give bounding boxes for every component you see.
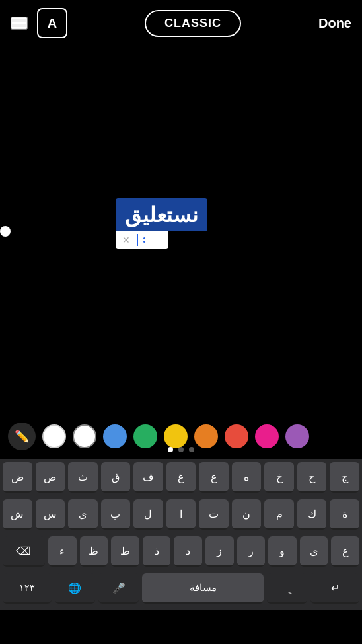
numbers-key[interactable]: ١٢٣ [3,573,52,604]
dot-3[interactable] [189,447,194,452]
key-ص[interactable]: ص [36,462,65,493]
header-left: A [11,8,67,38]
color-swatch-pink[interactable] [255,424,279,448]
key-ش[interactable]: ش [3,499,32,530]
key-ف[interactable]: ف [133,462,163,493]
space-key[interactable]: مسافة [142,573,264,604]
key-ي[interactable]: ي [68,499,98,530]
text-highlight: نستعليق [116,198,207,231]
key-ل[interactable]: ل [133,499,163,530]
text-cursor-row: ✕ [116,231,168,249]
color-swatch-blue[interactable] [103,424,127,448]
color-swatch-white-outline[interactable] [73,424,96,448]
key-row-1: ض ص ث ق ف غ ع ه خ ح ج [0,459,362,496]
left-handle[interactable] [0,226,11,237]
eyedropper-button[interactable]: ✏️ [8,423,36,450]
key-غ[interactable]: غ [166,462,196,493]
key-ق[interactable]: ق [101,462,131,493]
key-م[interactable]: م [264,499,294,530]
key-ء[interactable]: ء [48,536,77,567]
dot-1[interactable] [168,447,173,452]
classic-button[interactable]: CLASSIC [145,10,241,37]
color-swatch-green[interactable] [133,424,157,448]
key-ت[interactable]: ت [199,499,229,530]
key-ع[interactable]: ع [199,462,229,493]
key-ط[interactable]: ط [111,536,139,567]
key-ك[interactable]: ك [297,499,327,530]
key-ث[interactable]: ث [68,462,98,493]
key-ن[interactable]: ن [232,499,262,530]
key-row-2: ش س ي ب ل ا ت ن م ك ة [0,496,362,533]
key-ى[interactable]: ى [300,536,328,567]
key-ز[interactable]: ز [205,536,234,567]
key-د[interactable]: د [174,536,202,567]
close-icon[interactable]: ✕ [122,235,130,245]
key-ج[interactable]: ج [330,462,359,493]
header: A CLASSIC Done [0,0,362,46]
cursor-dots [143,237,145,243]
key-ه[interactable]: ه [232,462,262,493]
key-و[interactable]: و [268,536,297,567]
key-ظ[interactable]: ظ [80,536,108,567]
key-ض[interactable]: ض [3,462,32,493]
key-ا[interactable]: ا [166,499,196,530]
font-button[interactable]: A [37,8,67,38]
menu-button[interactable] [11,17,28,30]
pagination-dots [0,447,362,452]
key-س[interactable]: س [36,499,65,530]
mic-key[interactable]: 🎤 [98,573,139,604]
key-خ[interactable]: خ [264,462,294,493]
text-element[interactable]: نستعليق ✕ [116,198,207,249]
key-ر[interactable]: ر [237,536,266,567]
color-swatch-red[interactable] [225,424,248,448]
color-swatch-yellow[interactable] [164,424,188,448]
key-row-bottom: ١٢٣ 🌐 🎤 مسافة ٍ ↵ [0,570,362,610]
key-ذ[interactable]: ذ [143,536,171,567]
color-swatch-purple[interactable] [285,424,309,448]
color-swatch-white[interactable] [42,424,66,448]
globe-key[interactable]: 🌐 [55,573,95,604]
done-button[interactable]: Done [318,16,351,31]
dot-2[interactable] [178,447,184,452]
return-key[interactable]: ↵ [310,573,359,604]
keyboard: ض ص ث ق ف غ ع ه خ ح ج ش س ي ب ل ا ت ن م … [0,459,362,610]
diacritic-key[interactable]: ٍ [267,573,307,604]
key-ب[interactable]: ب [101,499,131,530]
key-ة[interactable]: ة [330,499,359,530]
key-ح[interactable]: ح [297,462,327,493]
canvas-area: نستعليق ✕ [0,46,362,417]
arabic-text: نستعليق [125,203,198,227]
color-swatch-orange[interactable] [194,424,218,448]
eyedropper-icon: ✏️ [15,429,29,444]
backspace-key[interactable]: ⌫ [3,536,45,567]
cursor-line [137,234,138,246]
key-row-3: ⌫ ء ظ ط ذ د ز ر و ى ع [0,533,362,570]
key-ع2[interactable]: ع [331,536,359,567]
